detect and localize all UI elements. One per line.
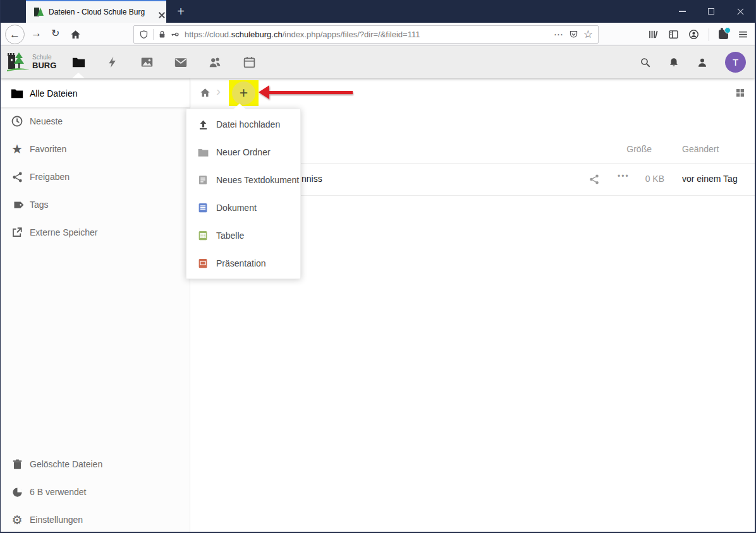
new-file-menu: Datei hochladen Neuer Ordner Neues Textd… — [186, 109, 301, 279]
menu-item-new-folder[interactable]: Neuer Ordner — [186, 138, 300, 166]
sidebars-icon[interactable] — [668, 29, 679, 40]
share-icon[interactable] — [588, 174, 600, 185]
header-right: T — [640, 46, 746, 78]
browser-window: Dateien - Cloud Schule Burg + ← → ↻ http… — [0, 0, 756, 533]
breadcrumb-home-icon[interactable] — [200, 87, 210, 98]
schule-burg-logo[interactable]: Schule BURG — [6, 50, 61, 75]
url-text[interactable]: https://cloud.schuleburg.ch/index.php/ap… — [185, 30, 549, 39]
titlebar: Dateien - Cloud Schule Burg + — [1, 0, 755, 23]
toolbar-right — [648, 23, 748, 46]
people-icon — [208, 56, 222, 69]
menu-caret — [233, 104, 246, 109]
search-icon[interactable] — [640, 57, 651, 68]
menu-item-upload[interactable]: Datei hochladen — [186, 111, 300, 138]
column-header-modified[interactable]: Geändert — [682, 144, 719, 154]
menu-item-spreadsheet[interactable]: Tabelle — [186, 222, 300, 249]
trash-icon — [10, 458, 24, 470]
forward-button[interactable]: → — [31, 27, 42, 40]
app-calendar[interactable] — [232, 46, 266, 78]
window-controls — [668, 0, 755, 23]
text-file-icon — [197, 174, 209, 186]
sidebar-item-external-storage[interactable]: Externe Speicher — [1, 219, 190, 246]
column-header-size[interactable]: Größe — [595, 144, 652, 154]
presentation-icon — [197, 258, 209, 269]
account-icon[interactable] — [688, 29, 699, 40]
files-sidebar: Alle Dateien Neueste ★ Favoriten Freigab… — [1, 78, 190, 532]
app-nav — [61, 46, 266, 78]
breadcrumb-chevron-icon: › — [216, 83, 221, 99]
new-file-plus-button[interactable]: + — [232, 81, 255, 105]
lock-icon[interactable] — [158, 30, 166, 39]
file-size: 0 KB — [630, 174, 664, 184]
tag-icon — [10, 199, 24, 211]
url-bar[interactable]: https://cloud.schuleburg.ch/index.php/ap… — [133, 25, 599, 44]
more-actions-icon[interactable]: ••• — [618, 172, 630, 181]
menu-item-presentation[interactable]: Präsentation — [186, 249, 300, 277]
calendar-icon — [243, 56, 256, 69]
gear-icon: ⚙ — [10, 514, 24, 526]
url-domain: schuleburg.ch — [231, 30, 283, 39]
star-icon: ★ — [10, 143, 24, 155]
home-button[interactable] — [70, 29, 81, 40]
toolbar-divider — [709, 28, 709, 41]
sidebar-item-quota[interactable]: 6 B verwendet — [1, 478, 190, 506]
app-mail[interactable] — [164, 46, 198, 78]
user-avatar[interactable]: T — [725, 52, 746, 73]
library-icon[interactable] — [648, 29, 659, 40]
page-actions-icon[interactable]: ⋯ — [554, 29, 564, 40]
urlbar-divider — [153, 29, 154, 40]
quota-pie-icon — [10, 486, 24, 498]
app-files[interactable] — [61, 46, 95, 78]
clock-icon — [10, 115, 24, 128]
app-gallery[interactable] — [130, 46, 164, 78]
close-button[interactable] — [726, 0, 755, 23]
key-icon[interactable] — [170, 30, 180, 39]
menu-hamburger-icon[interactable] — [738, 29, 748, 40]
site-favicon-icon — [34, 7, 44, 17]
folder-icon — [197, 147, 209, 159]
reload-button[interactable]: ↻ — [51, 27, 59, 39]
app-contacts[interactable] — [198, 46, 232, 78]
image-icon — [140, 56, 154, 69]
spreadsheet-icon — [197, 230, 209, 241]
logo-text-burg: BURG — [32, 61, 56, 70]
sidebar-item-shares[interactable]: Freigaben — [1, 163, 190, 191]
external-link-icon — [10, 227, 24, 238]
new-tab-button[interactable]: + — [171, 0, 190, 23]
tab-title: Dateien - Cloud Schule Burg — [49, 8, 155, 16]
app-activity[interactable] — [95, 46, 130, 78]
tracking-protection-shield-icon[interactable] — [139, 30, 149, 39]
upload-icon — [197, 119, 209, 131]
app-header: Schule BURG T — [1, 46, 755, 78]
back-button[interactable]: ← — [5, 25, 25, 44]
minimize-button[interactable] — [668, 0, 697, 23]
contacts-person-icon[interactable] — [697, 57, 708, 68]
sidebar-item-deleted-files[interactable]: Gelöschte Dateien — [1, 450, 190, 478]
file-modified: vor einem Tag — [682, 174, 738, 184]
share-icon — [10, 171, 24, 183]
new-button-highlight[interactable]: + — [229, 80, 259, 106]
castle-tree-logo-icon — [6, 50, 31, 75]
sidebar-item-recent[interactable]: Neueste — [1, 107, 190, 135]
file-name[interactable]: nniss — [302, 174, 322, 184]
document-icon — [197, 202, 209, 213]
grid-view-toggle-icon[interactable] — [735, 88, 745, 98]
maximize-button[interactable] — [697, 0, 726, 23]
browser-tab[interactable]: Dateien - Cloud Schule Burg — [26, 0, 166, 23]
tab-close-icon[interactable] — [155, 8, 162, 16]
folder-icon — [10, 87, 24, 100]
notifications-bell-icon[interactable] — [668, 57, 680, 68]
menu-item-document[interactable]: Dokument — [186, 194, 300, 222]
sidebar-item-all-files[interactable]: Alle Dateien — [1, 80, 190, 107]
sidebar-item-settings[interactable]: ⚙ Einstellungen — [1, 506, 190, 533]
mail-icon — [174, 56, 188, 69]
pocket-icon[interactable] — [569, 30, 578, 39]
sidebar-item-favorites[interactable]: ★ Favoriten — [1, 135, 190, 163]
bookmark-star-icon[interactable]: ☆ — [583, 28, 593, 41]
bolt-icon — [106, 56, 119, 69]
sidebar-item-tags[interactable]: Tags — [1, 191, 190, 219]
active-app-caret — [72, 73, 85, 78]
nav-toolbar: ← → ↻ https://cloud.schuleburg.ch/index.… — [1, 23, 755, 46]
menu-item-new-text-document[interactable]: Neues Textdokument — [186, 166, 300, 194]
extension-icon[interactable] — [719, 30, 728, 39]
